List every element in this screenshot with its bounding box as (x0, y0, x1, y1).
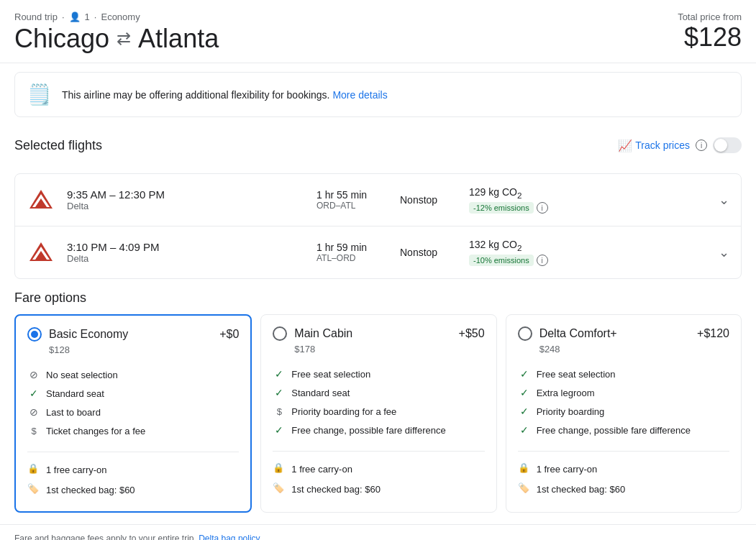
track-prices-info-icon[interactable]: i (696, 139, 707, 151)
flight-time: 9:35 AM – 12:30 PM (67, 188, 165, 201)
flight-datetime: 3:10 PM – 4:09 PM (67, 241, 305, 253)
checked-bag-icon: 🏷️ (27, 483, 40, 496)
carry-on-icon: 🔒 (518, 462, 531, 475)
feature-text: Priority boarding (537, 406, 605, 417)
fare-baggage: 🔒 1 free carry-on 🏷️ 1st checked bag: $6… (273, 459, 484, 499)
feature-text: Standard seat (46, 388, 104, 399)
header-meta: Round trip · 👤 1 · Economy (14, 12, 219, 22)
fare-card-header: Main Cabin +$50 (273, 326, 484, 341)
destination-city: Atlanta (138, 24, 219, 54)
emissions-amount: 129 kg CO2 (469, 186, 707, 200)
flights-list: 9:35 AM – 12:30 PM Delta 1 hr 55 min ORD… (14, 173, 742, 279)
feature-text: Free change, possible fare difference (291, 425, 445, 436)
fare-feature: ✓ Standard seat (27, 384, 239, 403)
carry-on-icon: 🔒 (27, 463, 40, 476)
fare-feature: $ Ticket changes for a fee (27, 421, 239, 440)
fare-feature: ⊘ No seat selection (27, 365, 239, 384)
dollar-icon: $ (27, 424, 40, 437)
fare-features-list: ✓ Free seat selection ✓ Extra legroom ✓ … (518, 365, 729, 439)
expand-chevron-icon[interactable]: ⌄ (719, 192, 729, 208)
radio-inner (31, 331, 38, 338)
checked-bag-icon: 🏷️ (518, 482, 531, 495)
fare-baggage: 🔒 1 free carry-on 🏷️ 1st checked bag: $6… (518, 459, 729, 499)
fare-card-header: Delta Comfort+ +$120 (518, 326, 729, 341)
fare-name: Delta Comfort+ (539, 327, 690, 340)
checked-bag-item: 🏷️ 1st checked bag: $60 (518, 479, 729, 499)
emissions-amount: 132 kg CO2 (469, 239, 707, 252)
flight-emissions: 132 kg CO2 -10% emissions i (469, 239, 707, 266)
delta-bag-policy-link[interactable]: Delta bag policy (199, 534, 260, 540)
passenger-icon: 👤 (69, 12, 81, 22)
track-prices-button[interactable]: 📈 Track prices (618, 139, 690, 152)
fare-feature: ✓ Free change, possible fare difference (518, 421, 729, 439)
feature-text: Standard seat (291, 388, 350, 398)
fare-card-header: Basic Economy +$0 (27, 327, 239, 342)
fare-options-title: Fare options (14, 290, 742, 306)
checked-bag-text: 1st checked bag: $60 (291, 484, 381, 495)
check-icon: ✓ (518, 424, 531, 436)
flight-stops: Nonstop (400, 247, 457, 258)
airline-logo (27, 238, 55, 267)
expand-chevron-icon[interactable]: ⌄ (719, 244, 729, 260)
flight-row[interactable]: 9:35 AM – 12:30 PM Delta 1 hr 55 min ORD… (15, 174, 741, 226)
carry-on-text: 1 free carry-on (291, 464, 352, 475)
emissions-info-icon[interactable]: i (537, 255, 548, 266)
origin-city: Chicago (14, 24, 109, 54)
track-prices-toggle[interactable] (713, 137, 742, 153)
fare-divider (518, 451, 729, 452)
fare-name: Main Cabin (294, 327, 451, 340)
no-seat-selection-icon: ⊘ (27, 368, 40, 381)
fare-divider (273, 451, 484, 452)
fare-card-main-cabin[interactable]: Main Cabin +$50 $178 ✓ Free seat selecti… (260, 314, 496, 513)
header-price: Total price from $128 (678, 12, 742, 52)
toggle-thumb (714, 139, 727, 152)
fare-price-diff: +$50 (459, 327, 485, 340)
emissions-badge: -12% emissions (469, 202, 534, 214)
flight-duration-time: 1 hr 59 min (316, 242, 388, 253)
flight-stops: Nonstop (400, 194, 457, 206)
section-header: Selected flights 📈 Track prices i (14, 137, 742, 153)
carry-on-icon: 🔒 (273, 462, 286, 475)
header-left: Round trip · 👤 1 · Economy Chicago ⇄ Atl… (14, 12, 219, 54)
carry-on-item: 🔒 1 free carry-on (27, 459, 239, 480)
fare-feature: $ Priority boarding for a fee (273, 402, 484, 421)
fare-card-delta-comfort[interactable]: Delta Comfort+ +$120 $248 ✓ Free seat se… (506, 314, 742, 513)
delta-logo-icon (28, 187, 54, 213)
checked-bag-item: 🏷️ 1st checked bag: $60 (27, 480, 239, 500)
feature-text: Last to board (46, 407, 101, 418)
track-prices-area: 📈 Track prices i (618, 137, 742, 153)
flight-date: Delta (67, 201, 305, 211)
checked-bag-text: 1st checked bag: $60 (46, 485, 135, 495)
trending-icon: 📈 (618, 139, 632, 152)
check-icon: ✓ (273, 367, 286, 380)
flight-row[interactable]: 3:10 PM – 4:09 PM Delta 1 hr 59 min ATL–… (15, 226, 741, 278)
flight-duration: 1 hr 59 min ATL–ORD (316, 242, 388, 263)
fare-card-basic-economy[interactable]: Basic Economy +$0 $128 ⊘ No seat selecti… (14, 314, 252, 513)
airline-logo (27, 186, 55, 214)
fare-cards-container: Basic Economy +$0 $128 ⊘ No seat selecti… (14, 314, 742, 513)
more-details-link[interactable]: More details (332, 89, 387, 101)
fare-features-list: ✓ Free seat selection ✓ Standard seat $ … (273, 365, 484, 439)
fare-feature: ✓ Free change, possible fare difference (273, 421, 484, 439)
fare-name: Basic Economy (49, 328, 212, 341)
fare-base-price: $178 (294, 344, 484, 354)
fare-baggage: 🔒 1 free carry-on 🏷️ 1st checked bag: $6… (27, 459, 239, 500)
carry-on-item: 🔒 1 free carry-on (518, 459, 729, 479)
check-icon: ✓ (273, 386, 286, 399)
check-icon: ✓ (518, 386, 531, 399)
flight-datetime: 9:35 AM – 12:30 PM (67, 188, 305, 201)
feature-text: Free change, possible fare difference (537, 425, 691, 436)
total-price-label: Total price from (678, 12, 742, 22)
page-header: Round trip · 👤 1 · Economy Chicago ⇄ Atl… (0, 0, 756, 63)
feature-text: Free seat selection (537, 369, 616, 380)
route-display: Chicago ⇄ Atlanta (14, 24, 219, 54)
feature-text: No seat selection (46, 370, 118, 380)
check-icon: ✓ (27, 387, 40, 400)
fare-feature: ✓ Free seat selection (518, 365, 729, 383)
checked-bag-item: 🏷️ 1st checked bag: $60 (273, 479, 484, 499)
dollar-icon: $ (273, 405, 286, 418)
passengers: 1 (85, 12, 90, 22)
emissions-info-icon[interactable]: i (537, 202, 548, 214)
feature-text: Ticket changes for a fee (46, 426, 145, 436)
selected-flights-title: Selected flights (14, 138, 102, 153)
